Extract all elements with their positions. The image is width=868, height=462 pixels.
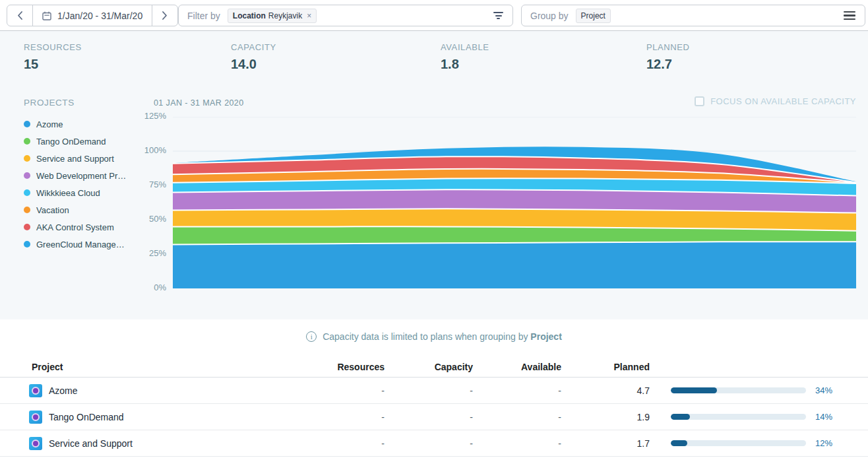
series-color-dot (24, 121, 30, 127)
series-color-dot (24, 189, 30, 196)
planned-percent: 14% (806, 412, 832, 422)
info-highlight: Project (530, 331, 561, 342)
filter-icon[interactable] (493, 11, 503, 21)
y-axis-tick: 50% (125, 214, 166, 224)
project-avatar (29, 411, 42, 424)
group-chip-project[interactable]: Project (576, 9, 611, 23)
planned-progress-bar (671, 440, 806, 446)
legend-item-tango-ondemand[interactable]: Tango OnDemand (24, 133, 126, 150)
series-color-dot (24, 155, 30, 162)
column-header-capacity: Capacity (385, 362, 473, 372)
stat-value: 14.0 (231, 57, 276, 72)
focus-available-capacity-checkbox[interactable] (695, 96, 704, 106)
column-header-project: Project (29, 362, 296, 372)
planned-progress-bar (671, 387, 806, 393)
stat-value: 15 (24, 57, 82, 72)
date-range-button[interactable]: 1/Jan/20 - 31/Mar/20 (32, 5, 152, 26)
focus-available-capacity-label[interactable]: FOCUS ON AVAILABLE CAPACITY (710, 96, 856, 106)
capacity-value: - (385, 385, 473, 396)
series-color-dot (24, 172, 30, 179)
prev-period-button[interactable] (7, 5, 32, 26)
planned-percent: 34% (806, 385, 832, 395)
legend-label: Vacation (36, 205, 69, 215)
y-axis-tick: 75% (125, 180, 166, 189)
filter-chip-location[interactable]: Location Reykjavik × (228, 9, 317, 23)
stat-capacity: CAPACITY 14.0 (231, 42, 276, 72)
filter-chip-field: Location (233, 11, 266, 20)
toolbar: 1/Jan/20 - 31/Mar/20 Filter by Location … (0, 0, 868, 31)
group-by-input[interactable]: Group by Project (521, 5, 865, 26)
filter-chip-value: Reykjavik (268, 11, 302, 20)
legend-title: PROJECTS (24, 98, 75, 108)
legend-item-vacation[interactable]: Vacation (24, 201, 126, 218)
stat-value: 12.7 (646, 57, 690, 72)
legend-label: Tango OnDemand (36, 137, 106, 147)
stat-label: PLANNED (646, 42, 690, 52)
capacity-value: - (385, 412, 473, 422)
stacked-area-chart[interactable] (173, 117, 856, 288)
filter-by-label: Filter by (187, 11, 220, 21)
project-avatar (29, 384, 42, 397)
planned-value: 1.7 (561, 438, 650, 449)
stat-available: AVAILABLE 1.8 (441, 42, 489, 72)
stat-label: AVAILABLE (441, 42, 489, 52)
capacity-value: - (385, 438, 473, 449)
planned-progress-fill (671, 414, 690, 420)
planned-progress-bar (671, 414, 806, 420)
legend-label: AKA Control System (36, 222, 114, 232)
stat-resources: RESOURCES 15 (24, 42, 82, 72)
area-series[interactable] (173, 242, 856, 288)
planned-progress-fill (671, 387, 717, 393)
chevron-right-icon (162, 11, 168, 20)
stat-planned: PLANNED 12.7 (646, 42, 690, 72)
series-color-dot (24, 138, 30, 145)
y-axis-tick: 0% (125, 282, 166, 292)
legend-item-service-and-support[interactable]: Service and Support (24, 150, 126, 167)
y-axis-tick: 100% (125, 145, 166, 155)
series-color-dot (24, 241, 30, 248)
projects-table: Project Resources Capacity Available Pla… (0, 356, 868, 457)
next-period-button[interactable] (152, 5, 177, 26)
y-axis-tick: 125% (125, 111, 166, 121)
stat-label: RESOURCES (24, 42, 82, 52)
column-header-resources: Resources (296, 362, 385, 372)
column-header-available: Available (473, 362, 561, 372)
stat-value: 1.8 (441, 57, 489, 72)
project-avatar-glyph (32, 440, 40, 447)
project-name: Tango OnDemand (49, 412, 124, 422)
date-range-control: 1/Jan/20 - 31/Mar/20 (7, 5, 178, 26)
info-text: Capacity data is limited to plans when g… (323, 331, 528, 342)
series-color-dot (24, 207, 30, 213)
remove-filter-icon[interactable]: × (307, 11, 311, 20)
legend-item-greencloud[interactable]: GreenCloud Manage… (24, 236, 126, 253)
legend-label: GreenCloud Manage… (36, 240, 125, 249)
group-chip-value: Project (581, 11, 605, 20)
resources-value: - (296, 385, 385, 396)
table-row[interactable]: Service and Support - - - 1.7 12% (0, 430, 868, 457)
resources-value: - (296, 438, 385, 449)
resources-value: - (296, 412, 385, 422)
legend-item-azome[interactable]: Azome (24, 116, 126, 133)
table-row[interactable]: Tango OnDemand - - - 1.9 14% (0, 404, 868, 430)
date-range-label: 1/Jan/20 - 31/Mar/20 (57, 11, 142, 21)
planned-value: 4.7 (561, 385, 650, 396)
menu-icon[interactable] (844, 9, 855, 22)
available-value: - (473, 438, 561, 449)
planned-progress-fill (671, 440, 687, 446)
legend-item-web-development[interactable]: Web Development Pr… (24, 167, 126, 184)
legend-item-wikkkieea-cloud[interactable]: Wikkkieea Cloud (24, 184, 126, 201)
available-value: - (473, 412, 561, 422)
column-header-planned: Planned (561, 362, 650, 372)
group-by-label: Group by (530, 11, 569, 21)
capacity-report-panel: RESOURCES 15 CAPACITY 14.0 AVAILABLE 1.8… (0, 31, 868, 319)
chevron-left-icon (17, 11, 22, 20)
filter-input[interactable]: Filter by Location Reykjavik × (178, 5, 513, 26)
table-row[interactable]: Azome - - - 4.7 34% (0, 378, 868, 404)
series-color-dot (24, 224, 30, 230)
project-avatar-glyph (32, 413, 40, 421)
legend-item-aka-control-system[interactable]: AKA Control System (24, 218, 126, 236)
info-banner: i Capacity data is limited to plans when… (0, 331, 868, 342)
stat-label: CAPACITY (231, 42, 276, 52)
legend-label: Azome (36, 119, 63, 129)
planned-percent: 12% (806, 438, 832, 448)
